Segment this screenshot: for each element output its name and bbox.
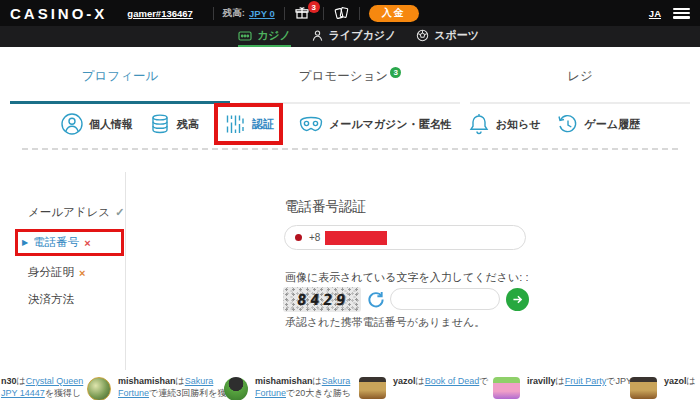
winner-feed-item[interactable]: mishamishanはSakura Fortuneで連続3回勝利を獲 <box>87 376 226 400</box>
subnav-verification-label: 認証 <box>252 117 274 132</box>
sidebar-phone-label: 電話番号 <box>33 235 79 250</box>
feed-game-link[interactable]: Sakura <box>185 376 214 386</box>
feed-username: yazol <box>664 376 687 386</box>
redaction-overlay <box>325 231 387 245</box>
feed-game-link[interactable]: Sakura <box>322 376 351 386</box>
feed-username: iravilly <box>527 376 556 386</box>
feed-game-link[interactable]: Crystal Queen <box>26 376 84 386</box>
cross-icon: × <box>79 267 85 279</box>
subnav-newsletter[interactable]: メールマガジン・匿名性 <box>298 113 452 135</box>
balance-label: 残高: <box>223 7 245 20</box>
avatar-sakura-fortune <box>224 377 248 400</box>
feed-game-link[interactable]: Fortune <box>255 388 286 398</box>
divider <box>359 7 360 20</box>
arrow-right-icon <box>511 293 524 306</box>
tab-profile-label: プロフィール <box>82 69 158 83</box>
captcha-instruction: 画像に表示されている文字を入力してください: : <box>285 270 529 285</box>
user-icon <box>60 112 84 136</box>
submit-captcha-button[interactable] <box>506 288 529 311</box>
divider <box>323 7 324 20</box>
nav-live-casino-label: ライブカジノ <box>329 28 397 43</box>
nav-sports-label: スポーツ <box>434 28 479 43</box>
slots-icon <box>238 30 252 42</box>
no-phone-note: 承認された携帯電話番号がありません。 <box>285 315 485 330</box>
feed-username: mishamishan <box>118 376 176 386</box>
bell-icon <box>467 112 491 136</box>
tab-promotions[interactable]: プロモーション3 <box>240 60 460 104</box>
feed-username: n30 <box>1 376 17 386</box>
fingerprint-icon <box>223 112 247 136</box>
subnav-notifications-label: お知らせ <box>496 117 541 132</box>
vertical-divider <box>125 172 126 370</box>
dealer-icon <box>311 29 324 42</box>
feed-game-link[interactable]: Fortune <box>118 388 149 398</box>
winner-feed-item[interactable]: yazolは <box>630 376 696 399</box>
promotions-badge: 3 <box>390 67 401 78</box>
subnav-newsletter-label: メールマガジン・匿名性 <box>329 117 452 132</box>
refresh-captcha-button[interactable] <box>366 290 385 309</box>
captcha-image: 8429 <box>283 287 361 312</box>
subnav-balance[interactable]: 残高 <box>148 112 199 136</box>
subnav-notifications[interactable]: お知らせ <box>467 112 541 136</box>
winner-feed-item[interactable]: yazolはBook of Deadで <box>359 376 489 399</box>
top-bar: CASINO-X gamer#136467 残高: JPY 0 3 <box>0 0 700 26</box>
tournaments-button[interactable] <box>333 5 350 21</box>
avatar-book-of-dead <box>630 377 657 399</box>
subnav-personal-info-label: 個人情報 <box>89 117 133 132</box>
tab-profile[interactable]: プロフィール <box>10 60 230 104</box>
captcha-code: 8429 <box>293 291 350 309</box>
winner-feed-item[interactable]: iravillyはFruit PartyでJPY <box>493 376 632 399</box>
avatar-coin <box>87 377 111 400</box>
subnav-personal-info[interactable]: 個人情報 <box>60 112 133 136</box>
subnav-game-history-label: ゲーム履歴 <box>584 117 640 132</box>
divider <box>213 7 214 20</box>
status-dot-icon <box>295 234 302 241</box>
bonuses-button[interactable]: 3 <box>294 4 314 22</box>
avatar-book-of-dead <box>359 377 386 399</box>
winner-feed-item[interactable]: mishamishanはSakura Fortuneで20大きな勝ち <box>224 376 351 400</box>
nav-live-casino[interactable]: ライブカジノ <box>311 26 397 47</box>
menu-icon[interactable] <box>673 8 690 19</box>
profile-tabs: プロフィール プロモーション3 レジ <box>0 60 700 104</box>
coins-icon <box>148 112 172 136</box>
refresh-icon <box>366 290 385 309</box>
deposit-button[interactable]: 入金 <box>369 5 419 22</box>
nav-casino[interactable]: カジノ <box>238 26 291 47</box>
cross-icon: × <box>84 237 90 249</box>
sidebar-item-identity[interactable]: 身分証明 × <box>28 265 124 280</box>
cards-icon <box>333 5 350 21</box>
main-nav: カジノ ライブカジノ スポーツ <box>0 26 700 47</box>
captcha-input[interactable] <box>390 288 500 310</box>
history-icon <box>555 112 579 136</box>
language-selector[interactable]: JA <box>649 8 661 19</box>
tab-cashier-label: レジ <box>567 69 593 83</box>
feed-username: yazol <box>393 376 416 386</box>
nav-sports[interactable]: スポーツ <box>416 26 479 47</box>
tab-promotions-label: プロモーション <box>299 69 388 83</box>
winner-feed-item[interactable]: n30はCrystal Queen JPY 14447を獲得し <box>1 376 83 399</box>
sidebar-email-label: メールアドレス <box>28 205 110 220</box>
feed-game-link[interactable]: Fruit Party <box>565 376 607 386</box>
feed-amount-link[interactable]: JPY 14447 <box>1 388 45 398</box>
nav-casino-label: カジノ <box>257 28 291 43</box>
check-icon: ✓ <box>115 206 124 219</box>
verification-sidebar: メールアドレス ✓ ▶ 電話番号 × 身分証明 × 決済方法 <box>28 205 124 319</box>
mask-icon <box>298 113 324 135</box>
subnav-game-history[interactable]: ゲーム履歴 <box>555 112 640 136</box>
avatar-fruit-party <box>493 377 520 399</box>
sidebar-item-payment[interactable]: 決済方法 <box>28 292 124 307</box>
username-link[interactable]: gamer#136467 <box>127 8 193 19</box>
tab-cashier[interactable]: レジ <box>470 60 690 104</box>
feed-game-link[interactable]: Book of Dead <box>425 376 480 386</box>
casino-x-profile-page: CASINO-X gamer#136467 残高: JPY 0 3 <box>0 0 700 400</box>
subnav-verification[interactable]: 認証 <box>214 103 283 145</box>
active-arrow-icon: ▶ <box>22 238 28 247</box>
gift-badge: 3 <box>308 1 320 13</box>
casino-x-logo[interactable]: CASINO-X <box>10 5 107 22</box>
sidebar-item-phone[interactable]: ▶ 電話番号 × <box>15 229 124 256</box>
phone-number-field[interactable]: +8 <box>284 225 526 250</box>
sidebar-item-email[interactable]: メールアドレス ✓ <box>28 205 124 220</box>
balance-value[interactable]: JPY 0 <box>249 8 275 19</box>
page-title: 電話番号認証 <box>285 198 366 216</box>
feed-username: mishamishan <box>255 376 313 386</box>
